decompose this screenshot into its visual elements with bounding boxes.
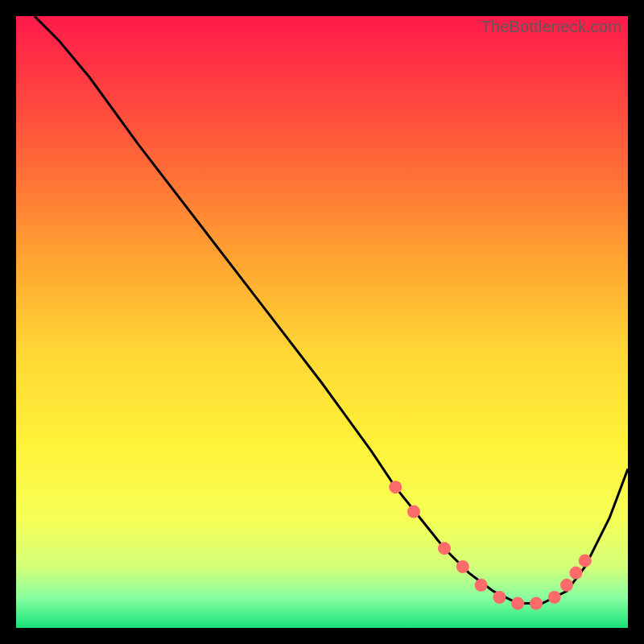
- highlight-dot: [456, 560, 469, 573]
- highlight-dot: [475, 579, 488, 592]
- bottleneck-chart: [16, 16, 628, 628]
- gradient-background: [16, 16, 628, 628]
- highlight-dot: [530, 597, 543, 610]
- watermark-text: TheBottleneck.com: [481, 18, 621, 36]
- chart-frame: TheBottleneck.com: [16, 16, 628, 628]
- highlight-dot: [438, 542, 451, 555]
- highlight-dot: [579, 554, 592, 567]
- highlight-dot: [389, 481, 402, 493]
- highlight-dot: [407, 506, 420, 518]
- highlight-dot: [511, 597, 524, 610]
- highlight-dot: [493, 591, 506, 604]
- highlight-dot: [548, 591, 561, 604]
- highlight-dot: [569, 567, 582, 580]
- highlight-dot: [560, 579, 573, 592]
